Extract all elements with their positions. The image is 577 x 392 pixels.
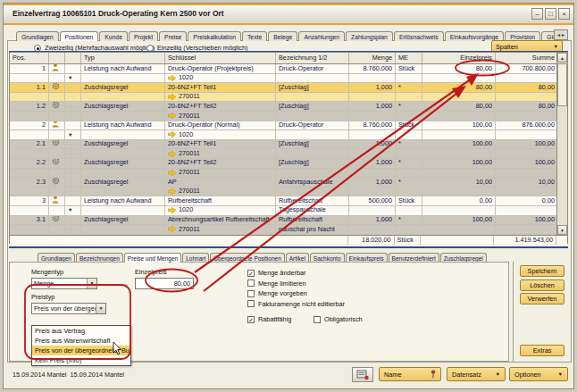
table-subrow-3[interactable]: ▼1020Tagespauschale	[10, 206, 567, 216]
tab-scroll-buttons[interactable]: ◄►	[554, 29, 568, 40]
yellow-arrow-icon	[168, 170, 176, 176]
preistyp-options-list: Preis aus VertragPreis aus Warenwirtscha…	[31, 325, 131, 366]
item-key-link[interactable]: 270011	[168, 225, 200, 234]
scrollbar-thumb[interactable]	[557, 63, 567, 106]
extras-button[interactable]: Extras	[520, 345, 564, 356]
column-header-summe[interactable]: Summe	[496, 53, 558, 63]
tab-preiskalkulation[interactable]: Preiskalkulation	[188, 31, 241, 41]
verwerfen-button[interactable]: Verwerfen	[520, 293, 564, 304]
close-button[interactable]: ×	[558, 8, 570, 20]
checkbox-icon	[247, 300, 255, 307]
table-subrow-1.2[interactable]: ···270011	[10, 112, 567, 121]
table-row-1[interactable]: 1Leistung nach AufwandDruck-Operator (Pr…	[10, 64, 567, 74]
application-window: Einzelvertrag 10065101 Druck-Operating K…	[0, 0, 577, 392]
item-key-link[interactable]: 1020	[168, 130, 193, 139]
checkbox-obligatorisch-label: Obligatorisch	[324, 315, 363, 323]
column-header-pos[interactable]: Pos.	[10, 53, 49, 63]
item-key-link[interactable]: 270011	[168, 112, 200, 121]
price-type-option-preis-aus-warenwirtschaft[interactable]: Preis aus Warenwirtschaft	[32, 336, 130, 346]
table-subrow-2.2[interactable]: ···270011	[10, 169, 567, 179]
einzelpreis-label: Einzelpreis	[135, 268, 167, 276]
chevron-down-icon: ▼	[96, 304, 105, 313]
tab-kunde[interactable]: Kunde	[99, 31, 128, 41]
table-row-1.1[interactable]: 1.1···Zuschlagsregel20-6NZ+FT Teil1[Zusc…	[10, 83, 567, 93]
mengentyp-dropdown[interactable]: Menge ▼	[31, 278, 97, 289]
checkbox-icon: ✓	[247, 270, 255, 277]
einzelpreis-input[interactable]	[135, 278, 194, 289]
minimize-button[interactable]: –	[531, 8, 543, 20]
column-header-bezeichnung[interactable]: Bezeichnung 1/2	[276, 53, 349, 63]
price-type-option-preis-aus-vertrag[interactable]: Preis aus Vertrag	[32, 326, 130, 336]
print-layout-button[interactable]	[352, 367, 373, 382]
tab-projekt[interactable]: Projekt	[129, 31, 158, 41]
total-summe: 1.419.543,00	[494, 236, 556, 245]
expander-icon[interactable]: ▼	[68, 74, 72, 83]
table-row-1.2[interactable]: 1.2···Zuschlagsregel20-6NZ+FT Teil2[Zusc…	[10, 102, 567, 112]
table-row-2.3[interactable]: 2.3···ZuschlagsregelAPAnfahrtspauschale1…	[10, 178, 567, 188]
total-einzelpreis	[421, 236, 494, 245]
checkbox-menge-vorgeben[interactable]: Menge vorgeben	[247, 289, 307, 297]
checkbox-obligatorisch[interactable]: Obligatorisch	[314, 315, 363, 323]
table-vertical-scrollbar[interactable]: ▲ ▼	[556, 53, 567, 235]
checkbox-menge-limitieren[interactable]: Menge limitieren	[247, 279, 306, 288]
loeschen-button[interactable]: Löschen	[520, 279, 564, 291]
scroll-up-icon[interactable]: ▲	[557, 53, 567, 63]
detail-panel: Mengentyp Menge ▼ Preistyp Preis von der…	[9, 262, 509, 362]
item-key-link[interactable]: 270011	[168, 93, 200, 102]
table-row-3.1[interactable]: 3.1···ZuschlagsregelAbrechnungsartikel R…	[10, 216, 567, 226]
datensatz-button[interactable]: Datensatz ▼	[447, 367, 506, 381]
column-header-me[interactable]: ME	[396, 53, 422, 63]
expander-icon[interactable]: ▼	[68, 130, 72, 139]
price-type-option-kein-preis-info-[interactable]: Kein Preis (Info)	[32, 355, 130, 365]
preistyp-dropdown[interactable]: Preis von der übergeordn ▼	[31, 303, 106, 314]
tab-belege[interactable]: Belege	[268, 31, 297, 41]
column-header-einzelpreis[interactable]: Einzelpreis	[422, 53, 496, 63]
tab-grundlagen[interactable]: Grundlagen	[16, 31, 59, 41]
item-key-link[interactable]: 1020	[168, 74, 193, 83]
checkbox-rabattfähig-label: Rabattfähig	[258, 315, 291, 323]
checkbox-menge-änderbar[interactable]: ✓Menge änderbar	[247, 269, 306, 277]
tab-zahlungsplan[interactable]: Zahlungsplan	[346, 31, 393, 41]
tree-lines: ···	[68, 93, 76, 102]
tree-lines: ···	[68, 102, 76, 111]
item-key-link[interactable]: 270011	[168, 169, 200, 178]
column-header-tree[interactable]	[65, 53, 81, 63]
tab-texte[interactable]: Texte	[242, 31, 267, 41]
checkbox-fakturamenge-nicht-editierbar[interactable]: Fakturamenge nicht editierbar	[247, 300, 345, 308]
name-button[interactable]: Name	[379, 367, 441, 381]
tab-positionen[interactable]: Positionen	[60, 31, 99, 41]
yellow-arrow-icon	[168, 75, 176, 81]
speichern-button[interactable]: Speichern	[520, 265, 564, 277]
table-body: 1Leistung nach AufwandDruck-Operator (Pr…	[10, 64, 567, 235]
optionen-button[interactable]: Optionen ▼	[509, 367, 568, 381]
checkbox-rabattfähig[interactable]: ✓Rabattfähig	[247, 315, 291, 323]
table-subrow-3.1[interactable]: ···270011pauschal pro Nacht	[10, 225, 567, 235]
chevron-down-icon: ▼	[496, 371, 500, 377]
table-row-2.2[interactable]: 2.2···Zuschlagsregel20-6NZ+FT Teil2[Zusc…	[10, 159, 567, 169]
item-key-link[interactable]: 270011	[168, 149, 200, 158]
tab-anzahlungen[interactable]: Anzahlungen	[298, 31, 345, 41]
tab-erlösnachweis[interactable]: Erlösnachweis	[394, 31, 444, 41]
table-row-2.1[interactable]: 2.1···Zuschlagsregel20-6NZ+FT Teil1[Zusc…	[10, 140, 567, 150]
table-subrow-2.3[interactable]: ···270011	[10, 188, 567, 197]
table-row-3[interactable]: 3Leistung nach AufwandRufbereitschaftRuf…	[10, 196, 567, 206]
table-subrow-1.1[interactable]: ···270011	[10, 93, 567, 103]
detail-tab-preise-und-mengen[interactable]: Preise und Mengen	[124, 253, 181, 263]
restore-button[interactable]: □	[545, 8, 556, 20]
item-key-link[interactable]: 1020	[168, 206, 193, 215]
column-header-menge[interactable]: Menge	[349, 53, 396, 63]
status-bar: 15.09.2014 Mantel 15.09.2014 Mantel Name…	[4, 364, 573, 388]
table-row-2[interactable]: 2Leistung nach AufwandDruck-Operator (No…	[10, 121, 567, 131]
tree-lines: ···	[68, 140, 76, 149]
scroll-down-icon[interactable]: ▼	[557, 225, 567, 235]
column-header-typ[interactable]: Typ	[81, 53, 165, 63]
table-subrow-1[interactable]: ▼1020	[10, 74, 567, 84]
price-type-option-preis-von-der-übergeordneter-buchung[interactable]: Preis von der übergeordneter Buchung	[32, 346, 130, 355]
item-key-link[interactable]: 270011	[168, 188, 200, 196]
expander-icon[interactable]: ▼	[68, 206, 72, 215]
table-subrow-2[interactable]: ▼1020	[10, 130, 567, 140]
tab-preise[interactable]: Preise	[159, 31, 187, 41]
column-header-icon[interactable]	[49, 53, 65, 63]
column-header-schluessel[interactable]: Schlüssel	[165, 53, 276, 63]
table-subrow-2.1[interactable]: ···270011	[10, 149, 567, 159]
